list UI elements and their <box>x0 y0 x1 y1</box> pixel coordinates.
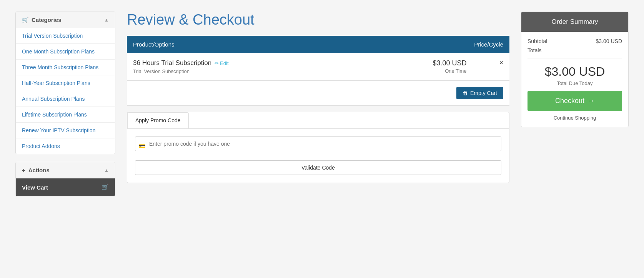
sidebar-item-addons[interactable]: Product Addons <box>16 138 115 154</box>
sidebar-item-annual[interactable]: Annual Subscription Plans <box>16 91 115 107</box>
cart-table: Product/Options Price/Cycle 36 Hours Tri… <box>127 36 509 106</box>
subtotal-label: Subtotal <box>528 38 547 44</box>
subtotal-value: $3.00 USD <box>596 38 622 44</box>
sidebar: 🛒 Categories ▲ Trial Version Subscriptio… <box>15 12 115 196</box>
view-cart-icon: 🛒 <box>102 184 109 191</box>
product-info-cell: 36 Hours Trial Subscription ✏ Edit Trial… <box>127 53 369 81</box>
promo-section: Apply Promo Code 💳 Validate Code <box>127 112 509 183</box>
product-subtitle: Trial Version Subscription <box>133 68 363 74</box>
validate-code-button[interactable]: Validate Code <box>135 160 501 175</box>
continue-shopping-link[interactable]: Continue Shopping <box>528 115 622 121</box>
categories-label: Categories <box>32 17 62 23</box>
order-total: $3.00 USD Total Due Today <box>528 65 622 86</box>
edit-label: Edit <box>220 60 228 66</box>
checkout-arrow-icon: → <box>587 97 594 105</box>
order-summary-box: Order Summary Subtotal $3.00 USD Totals … <box>521 12 629 127</box>
order-summary-panel: Order Summary Subtotal $3.00 USD Totals … <box>521 12 629 196</box>
promo-code-input[interactable] <box>135 137 501 151</box>
empty-cart-row: 🗑 Empty Cart <box>127 81 509 106</box>
order-divider <box>528 58 622 58</box>
promo-body: 💳 Validate Code <box>127 128 509 183</box>
total-amount: $3.00 USD <box>528 65 622 79</box>
view-cart-label: View Cart <box>22 184 48 191</box>
table-header-row: Product/Options Price/Cycle <box>127 36 509 53</box>
actions-panel: + Actions ▲ View Cart 🛒 <box>15 162 115 196</box>
order-summary-body: Subtotal $3.00 USD Totals $3.00 USD Tota… <box>521 32 628 127</box>
total-due-label: Total Due Today <box>528 80 622 86</box>
order-summary-header: Order Summary <box>521 12 628 32</box>
actions-chevron-icon[interactable]: ▲ <box>104 168 109 173</box>
empty-cart-cell: 🗑 Empty Cart <box>127 81 509 106</box>
remove-cell: × <box>473 53 510 81</box>
product-name: 36 Hours Trial Subscription ✏ Edit <box>133 59 363 67</box>
sidebar-link-half-year[interactable]: Half-Year Subscription Plans <box>16 75 115 91</box>
sidebar-item-trial[interactable]: Trial Version Subscription <box>16 28 115 44</box>
totals-row: Totals <box>528 47 622 53</box>
chevron-up-icon[interactable]: ▲ <box>104 17 109 23</box>
sidebar-link-addons[interactable]: Product Addons <box>16 138 115 154</box>
product-name-text: 36 Hours Trial Subscription <box>133 59 211 67</box>
plus-icon: + <box>22 167 25 173</box>
actions-label: Actions <box>28 167 50 173</box>
sidebar-link-renew[interactable]: Renew Your IPTV Subscription <box>16 123 115 138</box>
cart-item-row: 36 Hours Trial Subscription ✏ Edit Trial… <box>127 53 509 81</box>
sidebar-link-trial[interactable]: Trial Version Subscription <box>16 28 115 43</box>
apply-promo-tab[interactable]: Apply Promo Code <box>127 112 189 128</box>
promo-tabs: Apply Promo Code <box>127 112 509 128</box>
totals-label: Totals <box>528 47 542 53</box>
col-product: Product/Options <box>127 36 369 53</box>
sidebar-link-lifetime[interactable]: Lifetime Subscription Plans <box>16 107 115 122</box>
sidebar-link-three-month[interactable]: Three Month Subscription Plans <box>16 60 115 75</box>
empty-cart-label: Empty Cart <box>470 90 497 96</box>
checkout-button[interactable]: Checkout → <box>528 91 622 111</box>
promo-card-icon: 💳 <box>139 143 145 149</box>
main-content: Review & Checkout Product/Options Price/… <box>127 12 509 196</box>
cart-icon: 🛒 <box>22 17 28 23</box>
price-cycle: One Time <box>375 68 467 74</box>
price-amount: $3.00 USD <box>375 59 467 67</box>
sidebar-link-one-month[interactable]: One Month Subscription Plans <box>16 44 115 59</box>
actions-header-left: + Actions <box>22 167 50 173</box>
empty-cart-button[interactable]: 🗑 Empty Cart <box>456 87 503 99</box>
categories-header-left: 🛒 Categories <box>22 17 62 23</box>
edit-link[interactable]: ✏ Edit <box>215 60 228 66</box>
sidebar-item-renew[interactable]: Renew Your IPTV Subscription <box>16 123 115 138</box>
page-title: Review & Checkout <box>127 12 509 28</box>
trash-icon: 🗑 <box>463 90 468 96</box>
sidebar-item-one-month[interactable]: One Month Subscription Plans <box>16 44 115 60</box>
price-cell: $3.00 USD One Time <box>369 53 473 81</box>
sidebar-item-lifetime[interactable]: Lifetime Subscription Plans <box>16 107 115 123</box>
sidebar-item-three-month[interactable]: Three Month Subscription Plans <box>16 60 115 75</box>
col-price: Price/Cycle <box>369 36 509 53</box>
remove-item-button[interactable]: × <box>499 59 503 66</box>
view-cart-button[interactable]: View Cart 🛒 <box>16 178 115 196</box>
categories-nav: Trial Version Subscription One Month Sub… <box>16 28 115 154</box>
sidebar-link-annual[interactable]: Annual Subscription Plans <box>16 91 115 107</box>
categories-panel: 🛒 Categories ▲ Trial Version Subscriptio… <box>15 12 115 154</box>
checkout-label: Checkout <box>555 97 584 105</box>
actions-header: + Actions ▲ <box>16 162 115 178</box>
promo-input-wrapper: 💳 <box>135 137 501 156</box>
edit-pencil-icon: ✏ <box>215 60 219 66</box>
subtotal-row: Subtotal $3.00 USD <box>528 38 622 44</box>
sidebar-item-half-year[interactable]: Half-Year Subscription Plans <box>16 75 115 91</box>
categories-header: 🛒 Categories ▲ <box>16 12 115 28</box>
